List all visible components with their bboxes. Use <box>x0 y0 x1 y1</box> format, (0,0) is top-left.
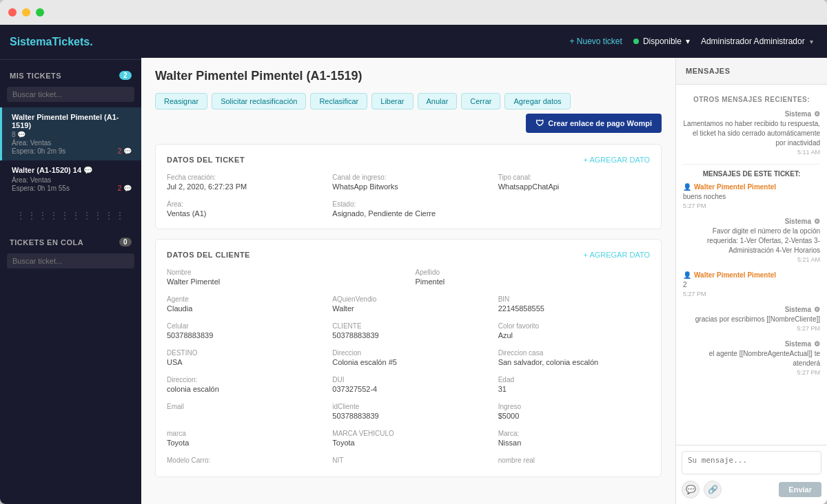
customer-msg-2: 👤 Walter Pimentel Pimentel 2 5:27 PM <box>683 271 820 297</box>
field-direccion2: Direccion:colonia escalón <box>167 376 318 393</box>
ticket-wait-1: Espera: 0h 2m 9s 2 💬 <box>12 147 132 155</box>
liberar-button[interactable]: Liberar <box>371 93 413 109</box>
field-nit: NIT <box>332 456 484 465</box>
system-msg-4: Sistema ⚙ el agente [[NombreAgenteActual… <box>683 340 820 376</box>
system-msg-time-other: 5:11 AM <box>683 149 820 156</box>
my-tickets-badge: 2 <box>119 71 132 80</box>
queue-search[interactable] <box>7 253 134 269</box>
reclasificar-button[interactable]: Reclasificar <box>310 93 367 109</box>
agregar-dato-ticket-link[interactable]: + AGREGAR DATO <box>584 156 650 164</box>
gear-icon-2: ⚙ <box>814 218 820 225</box>
status-chevron-icon: ▾ <box>686 36 690 46</box>
system-msg-time-3: 5:27 PM <box>683 325 820 332</box>
sidebar-divider: ⋮⋮⋮⋮⋮⋮⋮⋮⋮⋮ <box>0 204 141 227</box>
field-fecha-creacion: Fecha creación: Jul 2, 2020, 6:27:23 PM <box>167 174 318 191</box>
field-celular: Celular50378883839 <box>167 322 318 339</box>
field-email: Email <box>167 403 318 420</box>
system-msg-text-other: Lamentamos no haber recibido tu respuest… <box>683 119 820 148</box>
customer-sender-2: 👤 Walter Pimentel Pimentel <box>683 271 820 279</box>
field-area-value: Ventas (A1) <box>167 209 318 218</box>
ticket-wait-2: Espera: 0h 1m 55s 2 💬 <box>12 185 132 192</box>
cerrar-button[interactable]: Cerrar <box>461 93 500 109</box>
customer-msg-1: 👤 Walter Pimentel Pimentel buens noches … <box>683 183 820 209</box>
customer-msg-time-2: 5:27 PM <box>683 291 820 297</box>
gear-icon-3: ⚙ <box>814 306 820 313</box>
message-input-area: 💬 🔗 Enviar <box>676 445 827 504</box>
system-msg-text-2: Favor digite el número de la opción requ… <box>683 227 820 255</box>
system-msg-3: Sistema ⚙ gracias por escribirnos [[Nomb… <box>683 306 820 332</box>
system-msg-time-2: 5:21 AM <box>683 256 820 263</box>
status-label: Disponible <box>643 36 682 46</box>
datos-cliente-title: DATOS DEL CLIENTE <box>167 251 250 259</box>
anular-button[interactable]: Anular <box>418 93 458 109</box>
admin-dropdown[interactable]: Administrador Administrador ▾ <box>701 36 813 46</box>
field-tipo-canal-label: Tipo canal: <box>498 174 650 181</box>
system-msg-2: Sistema ⚙ Favor digite el número de la o… <box>683 218 820 263</box>
attach-button[interactable]: 🔗 <box>704 481 722 498</box>
field-area: Área: Ventas (A1) <box>167 200 318 218</box>
my-tickets-section: MIS TICKETS 2 Walter Pimentel Pimentel (… <box>0 60 141 204</box>
field-bin: BIN22145858555 <box>498 295 650 313</box>
app-window: SistemaTickets. MIS TICKETS 2 Walter Pim… <box>0 0 827 504</box>
maximize-dot[interactable] <box>36 8 44 17</box>
ticket-icons-1: 8 💬 <box>12 131 132 138</box>
solicitar-reclasificacion-button[interactable]: Solicitar reclasificación <box>212 93 306 109</box>
my-tickets-search[interactable] <box>7 87 134 102</box>
customer-msg-text-1: buens noches <box>683 192 820 202</box>
queue-section: TICKETS EN COLA 0 <box>0 227 141 281</box>
status-dropdown[interactable]: Disponible ▾ <box>633 36 690 46</box>
queue-badge: 0 <box>119 238 132 246</box>
ticket-area-1: Área: Ventas <box>12 139 132 147</box>
field-destino: DESTINOUSA <box>167 349 318 366</box>
system-msg-other: Sistema ⚙ Lamentamos no haber recibido t… <box>683 110 820 156</box>
minimize-dot[interactable] <box>22 8 30 17</box>
customer-msg-text-2: 2 <box>683 280 820 290</box>
field-canal-ingreso: Canal de ingreso: WhatsApp Bitworks <box>332 174 484 191</box>
field-fecha-creacion-label: Fecha creación: <box>167 174 318 181</box>
client-fields-grid: AgenteClaudia AQuienVendioWalter BIN2214… <box>167 295 650 465</box>
ticket-area-2: Área: Ventas <box>12 176 132 184</box>
system-sender-4: Sistema ⚙ <box>683 340 820 348</box>
send-button[interactable]: Enviar <box>779 482 821 497</box>
field-direccion: DireccionColonia escalón #5 <box>332 349 484 366</box>
logo-prefix: Sistema <box>10 36 52 48</box>
field-nombre-label: Nombre <box>167 269 402 276</box>
field-nombre: Nombre Walter Pimentel <box>167 269 402 286</box>
field-agente: AgenteClaudia <box>167 295 318 313</box>
shield-icon: 🛡 <box>535 118 544 128</box>
messages-body: OTROS MENSAJES RECIENTES: Sistema ⚙ Lame… <box>676 85 827 445</box>
message-icon-buttons: 💬 🔗 <box>682 481 722 498</box>
system-sender-other: Sistema ⚙ <box>683 110 820 118</box>
field-tipo-canal-value: WhatsappChatApi <box>498 182 650 191</box>
ticket-name-2: Walter (A1-1520) 14 💬 <box>12 166 132 175</box>
ticket-item-1519[interactable]: Walter Pimentel Pimentel (A1-1519) 8 💬 Á… <box>0 107 141 160</box>
emoji-button[interactable]: 💬 <box>682 481 700 498</box>
ticket-item-1520[interactable]: Walter (A1-1520) 14 💬 Área: Ventas Esper… <box>0 160 141 198</box>
agregar-datos-button[interactable]: Agregar datos <box>504 93 570 109</box>
messages-header: MENSAJES <box>676 58 827 85</box>
status-dot-icon <box>633 39 639 44</box>
action-bar: Reasignar Solicitar reclasificación Recl… <box>155 93 662 133</box>
datos-ticket-section: DATOS DEL TICKET + AGREGAR DATO Fecha cr… <box>155 144 662 229</box>
close-dot[interactable] <box>8 8 17 17</box>
field-marca: marcaToyota <box>167 430 318 447</box>
field-ingreso: Ingreso$5000 <box>498 403 650 420</box>
new-ticket-button[interactable]: + Nuevo ticket <box>570 36 622 46</box>
main-content: + Nuevo ticket Disponible ▾ Administrado… <box>141 25 827 504</box>
navbar: + Nuevo ticket Disponible ▾ Administrado… <box>141 25 827 58</box>
customer-icon-1: 👤 <box>683 183 691 191</box>
ticket-title: Walter Pimentel Pimentel (A1-1519) <box>155 69 662 83</box>
customer-icon-2: 👤 <box>683 271 691 279</box>
datos-cliente-header: DATOS DEL CLIENTE + AGREGAR DATO <box>167 251 650 259</box>
agregar-dato-cliente-link[interactable]: + AGREGAR DATO <box>584 251 650 259</box>
datos-ticket-title: DATOS DEL TICKET <box>167 156 245 164</box>
field-marca-vehiculo: MARCA VEHICULOToyota <box>332 430 484 447</box>
messages-panel: MENSAJES OTROS MENSAJES RECIENTES: Siste… <box>675 58 827 504</box>
field-dui: DUI037327552-4 <box>332 376 484 393</box>
queue-label: TICKETS EN COLA <box>10 238 83 246</box>
wompi-button[interactable]: 🛡 Crear enlace de pago Wompi <box>526 114 662 133</box>
field-edad: Edad31 <box>498 376 650 393</box>
message-input[interactable] <box>682 451 821 474</box>
reasignar-button[interactable]: Reasignar <box>155 93 207 109</box>
ticket-name-1: Walter Pimentel Pimentel (A1-1519) <box>12 113 132 129</box>
